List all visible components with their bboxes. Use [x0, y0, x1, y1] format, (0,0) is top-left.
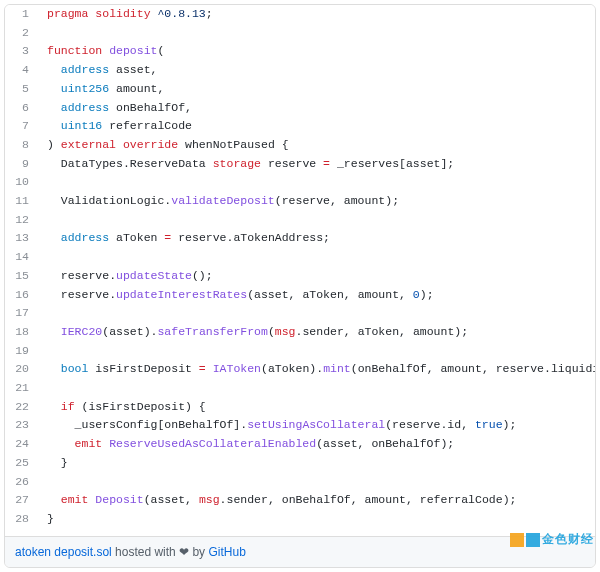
heart-icon: ❤ [179, 545, 189, 559]
line-number[interactable]: 4 [5, 61, 39, 80]
line-content [39, 173, 595, 192]
code-line: 4 address asset, [5, 61, 595, 80]
line-number[interactable]: 3 [5, 42, 39, 61]
line-number[interactable]: 26 [5, 473, 39, 492]
line-number[interactable]: 20 [5, 360, 39, 379]
line-content [39, 342, 595, 361]
line-content [39, 473, 595, 492]
line-content: ValidationLogic.validateDeposit(reserve,… [39, 192, 595, 211]
code-line: 25 } [5, 454, 595, 473]
line-number[interactable]: 27 [5, 491, 39, 510]
gist-footer: atoken deposit.sol hosted with ❤ by GitH… [5, 536, 595, 567]
line-number[interactable]: 17 [5, 304, 39, 323]
code-line: 17 [5, 304, 595, 323]
line-number[interactable]: 11 [5, 192, 39, 211]
line-content: ) external override whenNotPaused { [39, 136, 595, 155]
line-number[interactable]: 16 [5, 286, 39, 305]
line-content [39, 248, 595, 267]
code-table: 1pragma solidity ^0.8.13;23function depo… [5, 5, 595, 529]
watermark-text: 金色财经 [542, 531, 594, 548]
line-content [39, 304, 595, 323]
line-content: uint256 amount, [39, 80, 595, 99]
code-line: 11 ValidationLogic.validateDeposit(reser… [5, 192, 595, 211]
watermark: 金色财经 [510, 531, 594, 548]
line-number[interactable]: 25 [5, 454, 39, 473]
line-number[interactable]: 1 [5, 5, 39, 24]
code-line: 13 address aToken = reserve.aTokenAddres… [5, 229, 595, 248]
code-line: 22 if (isFirstDeposit) { [5, 398, 595, 417]
code-line: 12 [5, 211, 595, 230]
line-number[interactable]: 21 [5, 379, 39, 398]
code-line: 28} [5, 510, 595, 529]
code-line: 1pragma solidity ^0.8.13; [5, 5, 595, 24]
line-number[interactable]: 2 [5, 24, 39, 43]
line-content [39, 211, 595, 230]
code-line: 26 [5, 473, 595, 492]
code-line: 9 DataTypes.ReserveData storage reserve … [5, 155, 595, 174]
line-number[interactable]: 7 [5, 117, 39, 136]
line-number[interactable]: 19 [5, 342, 39, 361]
line-number[interactable]: 22 [5, 398, 39, 417]
line-content: address asset, [39, 61, 595, 80]
code-line: 10 [5, 173, 595, 192]
code-line: 8) external override whenNotPaused { [5, 136, 595, 155]
code-line: 24 emit ReserveUsedAsCollateralEnabled(a… [5, 435, 595, 454]
code-line: 27 emit Deposit(asset, msg.sender, onBeh… [5, 491, 595, 510]
code-line: 14 [5, 248, 595, 267]
line-content: _usersConfig[onBehalfOf].setUsingAsColla… [39, 416, 595, 435]
line-content: reserve.updateState(); [39, 267, 595, 286]
line-content: if (isFirstDeposit) { [39, 398, 595, 417]
line-content [39, 379, 595, 398]
line-content: address aToken = reserve.aTokenAddress; [39, 229, 595, 248]
footer-text-2: by [189, 545, 208, 559]
code-line: 19 [5, 342, 595, 361]
line-number[interactable]: 28 [5, 510, 39, 529]
line-content: address onBehalfOf, [39, 99, 595, 118]
line-content: } [39, 454, 595, 473]
watermark-icon [526, 533, 540, 547]
watermark-icon [510, 533, 524, 547]
code-line: 16 reserve.updateInterestRates(asset, aT… [5, 286, 595, 305]
line-content: IERC20(asset).safeTransferFrom(msg.sende… [39, 323, 595, 342]
line-number[interactable]: 13 [5, 229, 39, 248]
line-content: pragma solidity ^0.8.13; [39, 5, 595, 24]
line-number[interactable]: 8 [5, 136, 39, 155]
code-line: 23 _usersConfig[onBehalfOf].setUsingAsCo… [5, 416, 595, 435]
line-content: bool isFirstDeposit = IAToken(aToken).mi… [39, 360, 595, 379]
line-number[interactable]: 23 [5, 416, 39, 435]
line-content [39, 24, 595, 43]
line-content: emit Deposit(asset, msg.sender, onBehalf… [39, 491, 595, 510]
line-number[interactable]: 24 [5, 435, 39, 454]
github-link[interactable]: GitHub [208, 545, 245, 559]
line-number[interactable]: 6 [5, 99, 39, 118]
code-line: 7 uint16 referralCode [5, 117, 595, 136]
code-line: 15 reserve.updateState(); [5, 267, 595, 286]
line-number[interactable]: 15 [5, 267, 39, 286]
code-line: 3function deposit( [5, 42, 595, 61]
code-line: 18 IERC20(asset).safeTransferFrom(msg.se… [5, 323, 595, 342]
line-content: DataTypes.ReserveData storage reserve = … [39, 155, 595, 174]
line-number[interactable]: 9 [5, 155, 39, 174]
code-line: 21 [5, 379, 595, 398]
line-content: } [39, 510, 595, 529]
code-area: 1pragma solidity ^0.8.13;23function depo… [5, 5, 595, 536]
line-content: emit ReserveUsedAsCollateralEnabled(asse… [39, 435, 595, 454]
line-number[interactable]: 18 [5, 323, 39, 342]
line-number[interactable]: 5 [5, 80, 39, 99]
line-number[interactable]: 10 [5, 173, 39, 192]
code-line: 2 [5, 24, 595, 43]
code-line: 5 uint256 amount, [5, 80, 595, 99]
footer-text-1: hosted with [112, 545, 179, 559]
line-content: function deposit( [39, 42, 595, 61]
line-number[interactable]: 14 [5, 248, 39, 267]
line-content: uint16 referralCode [39, 117, 595, 136]
gist-container: 1pragma solidity ^0.8.13;23function depo… [4, 4, 596, 568]
line-content: reserve.updateInterestRates(asset, aToke… [39, 286, 595, 305]
code-line: 20 bool isFirstDeposit = IAToken(aToken)… [5, 360, 595, 379]
line-number[interactable]: 12 [5, 211, 39, 230]
code-line: 6 address onBehalfOf, [5, 99, 595, 118]
gist-filename-link[interactable]: atoken deposit.sol [15, 545, 112, 559]
